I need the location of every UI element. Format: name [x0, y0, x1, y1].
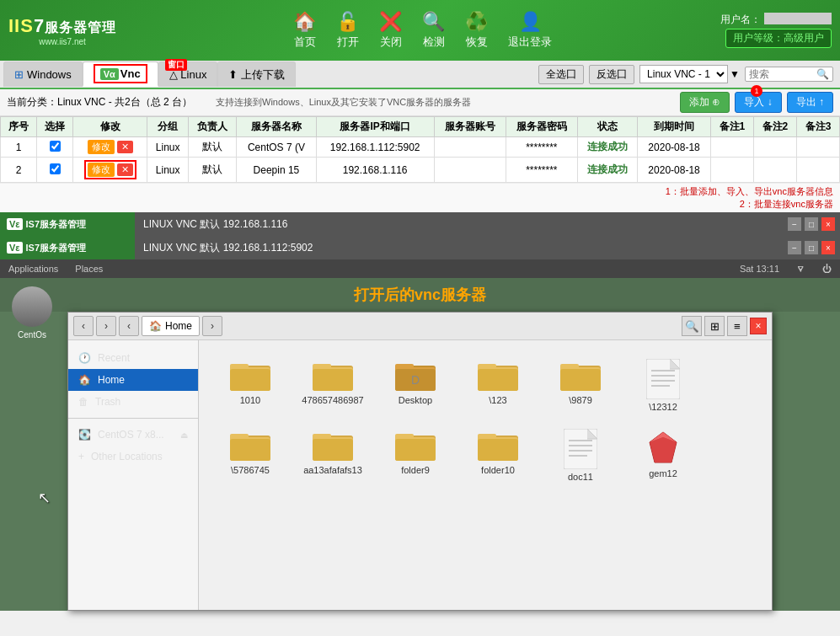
file-item[interactable]: folder9 — [377, 424, 453, 487]
th-modify: 修改 — [73, 117, 147, 137]
open-icon: 🔓 — [336, 11, 359, 33]
delete-button[interactable]: ✕ — [117, 141, 133, 153]
badge-1: 1 — [751, 85, 762, 97]
fm-window: ‹ › ‹ 🏠 Home › 🔍 ⊞ ≡ × — [67, 312, 773, 611]
server-table: 序号 选择 修改 分组 负责人 服务器名称 服务器IP和端口 服务器账号 服务器… — [0, 116, 840, 183]
sidebar-item-centos[interactable]: 💽 CentOS 7 x8... ⏏ — [68, 424, 198, 446]
nav-home-button[interactable]: 🏠 首页 — [285, 8, 324, 53]
logo-sub: www.iis7.net — [39, 37, 86, 46]
file-item[interactable]: \12312 — [625, 354, 701, 417]
home-path-icon: 🏠 — [149, 320, 162, 332]
file-item[interactable]: gem12 — [625, 424, 701, 487]
fm-back-button[interactable]: ‹ — [73, 316, 94, 336]
modify-button[interactable]: 修改 — [88, 140, 115, 154]
file-item[interactable]: 478657486987 — [295, 354, 371, 417]
sidebar-item-trash[interactable]: 🗑 Trash — [68, 391, 198, 413]
fm-path-forward[interactable]: › — [202, 316, 222, 336]
nav-detect-button[interactable]: 🔍 检测 — [414, 8, 453, 53]
fm-forward-button[interactable]: › — [96, 316, 116, 336]
nav-logout-button[interactable]: 👤 退出登录 — [500, 8, 560, 53]
th-expire: 到期时间 — [638, 117, 711, 137]
cell-name: Deepin 15 — [237, 158, 317, 183]
cell-select[interactable] — [37, 137, 73, 158]
select-all-button[interactable]: 全选囗 — [538, 65, 584, 84]
trash-label: Trash — [95, 396, 120, 408]
file-item[interactable]: \5786745 — [212, 424, 288, 487]
nav-restore-button[interactable]: ♻️ 恢复 — [457, 8, 496, 53]
cell-select[interactable] — [37, 158, 73, 183]
fm-up-button[interactable]: ‹ — [119, 316, 139, 336]
fm-right-controls: 🔍 ⊞ ≡ × — [682, 316, 767, 336]
th-select: 选择 — [37, 117, 73, 137]
cell-name: CentOS 7 (V — [237, 137, 317, 158]
file-item[interactable]: \9879 — [543, 354, 618, 417]
user-info: 用户名： — [720, 13, 832, 27]
file-item[interactable]: D Desktop — [377, 354, 453, 417]
file-item[interactable]: 1010 — [212, 354, 288, 417]
vnc-close-1[interactable]: × — [821, 217, 835, 231]
cell-modify: 修改 ✕ — [73, 158, 147, 183]
tab-upload-label: ⬆ 上传下载 — [228, 67, 285, 83]
row-checkbox[interactable] — [50, 141, 61, 152]
fm-search-button[interactable]: 🔍 — [682, 316, 702, 336]
windows-icon: ⊞ — [14, 68, 24, 81]
file-item[interactable]: folder10 — [460, 424, 536, 487]
folder-icon — [395, 429, 436, 462]
detect-icon: 🔍 — [422, 11, 445, 33]
restore-icon: ♻️ — [465, 11, 488, 33]
file-item[interactable]: doc11 — [543, 424, 618, 487]
row-checkbox[interactable] — [50, 163, 61, 174]
vnc-controls-1: − □ × — [783, 212, 840, 236]
user-avatar-area: CentOs — [12, 286, 52, 339]
nav-home-label: 首页 — [294, 35, 316, 50]
document-icon — [646, 359, 680, 399]
invert-select-button[interactable]: 反选囗 — [589, 65, 634, 84]
nav-close-button[interactable]: ❌ 关闭 — [371, 8, 410, 53]
th-id: 序号 — [1, 117, 37, 137]
sidebar-item-home[interactable]: 🏠 Home — [68, 369, 198, 391]
vnc-title-bar-1: LINUX VNC 默认 192.168.1.116 — [135, 212, 783, 236]
support-text: 支持连接到Windows、Linux及其它安装了VNC服务器的服务器 — [216, 96, 471, 109]
vnc-group-select[interactable]: Linux VNC - 1 — [639, 65, 728, 83]
logo-area: IIS7服务器管理 www.iis7.net — [8, 15, 116, 46]
dropdown-icon: ▼ — [730, 68, 740, 80]
fm-list-view-button[interactable]: ≡ — [727, 316, 747, 336]
vnc-controls-2: − □ × — [783, 236, 840, 259]
vnc-minimize-2[interactable]: − — [788, 241, 801, 254]
desktop-area: CentOs 打开后的vnc服务器 ‹ › ‹ 🏠 Home › 🔍 ⊞ ≡ — [0, 278, 840, 611]
add-button[interactable]: 添加 ⊕ — [680, 92, 730, 113]
recent-icon: 🕐 — [78, 352, 91, 364]
export-button[interactable]: 导出 ↑ — [787, 92, 833, 113]
centos-icon: 💽 — [78, 429, 91, 441]
ve-label: Vα — [100, 68, 119, 80]
search-input[interactable] — [749, 68, 816, 80]
vnc-minimize-1[interactable]: − — [788, 217, 801, 231]
sidebar-divider — [68, 418, 198, 419]
svg-rect-37 — [395, 439, 436, 461]
vnc-close-2[interactable]: × — [821, 241, 835, 254]
nav-open-button[interactable]: 🔓 打开 — [328, 8, 367, 53]
file-manager: Applications Places Sat 13:11 ⛛ ⏻ CentOs… — [0, 259, 840, 611]
th-ip: 服务器IP和端口 — [316, 117, 434, 137]
cell-password: ******** — [506, 137, 577, 158]
fm-close-button[interactable]: × — [750, 318, 767, 334]
vnc-group-selector[interactable]: Linux VNC - 1 ▼ — [639, 65, 740, 83]
subtitle-text: 当前分类：Linux VNC - 共2台（总 2 台） — [7, 95, 192, 110]
vnc-maximize-2[interactable]: □ — [805, 241, 818, 254]
logo-title: IIS7服务器管理 — [8, 15, 116, 37]
tab-vnc[interactable]: Vα Vnc 窗口 — [83, 61, 158, 87]
fm-grid-view-button[interactable]: ⊞ — [704, 316, 725, 336]
delete-button[interactable]: ✕ — [117, 163, 133, 176]
vnc-maximize-1[interactable]: □ — [805, 217, 818, 231]
file-name-label: \12312 — [649, 402, 677, 412]
cell-id: 2 — [1, 158, 37, 183]
tab-upload[interactable]: ⬆ 上传下载 — [217, 61, 296, 87]
modify-button[interactable]: 修改 — [88, 163, 115, 177]
file-item[interactable]: \123 — [460, 354, 536, 417]
folder-icon — [560, 359, 601, 393]
tab-windows[interactable]: ⊞ Windows — [3, 61, 83, 87]
file-item[interactable]: aa13afafafs13 — [295, 424, 371, 487]
sidebar-item-other[interactable]: + Other Locations — [68, 446, 198, 468]
sidebar-item-recent[interactable]: 🕐 Recent — [68, 347, 198, 369]
username-label: CentOs — [18, 330, 46, 339]
